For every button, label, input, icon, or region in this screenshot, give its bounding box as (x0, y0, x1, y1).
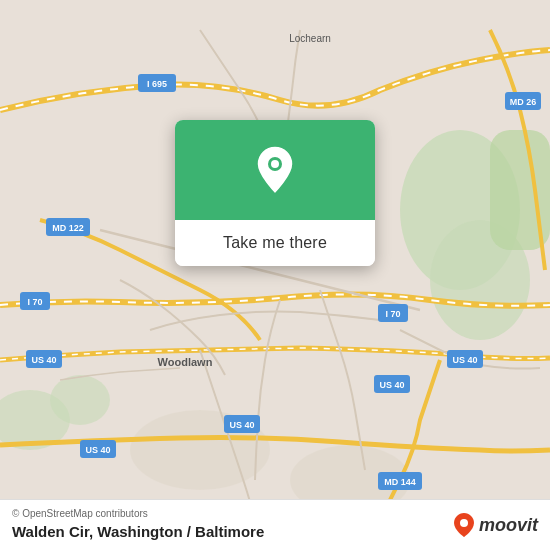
popup-green-background (175, 120, 375, 220)
svg-text:I 70: I 70 (27, 297, 42, 307)
svg-point-5 (50, 375, 110, 425)
svg-text:MD 122: MD 122 (52, 223, 84, 233)
svg-text:US 40: US 40 (31, 355, 56, 365)
svg-text:US 40: US 40 (452, 355, 477, 365)
map-background: I 695 MD 122 I 70 I 70 US 40 US 40 US 40… (0, 0, 550, 550)
svg-text:US 40: US 40 (379, 380, 404, 390)
svg-point-35 (460, 519, 468, 527)
svg-text:I 695: I 695 (147, 79, 167, 89)
moovit-pin-icon (453, 512, 475, 538)
bottom-bar: © OpenStreetMap contributors Walden Cir,… (0, 499, 550, 550)
take-me-there-button[interactable]: Take me there (175, 220, 375, 266)
svg-text:Lochearn: Lochearn (289, 33, 331, 44)
location-pin-icon (253, 144, 297, 196)
svg-text:MD 26: MD 26 (510, 97, 537, 107)
svg-text:US 40: US 40 (229, 420, 254, 430)
popup-card: Take me there (175, 120, 375, 266)
svg-point-34 (271, 160, 279, 168)
svg-text:US 40: US 40 (85, 445, 110, 455)
svg-text:I 70: I 70 (385, 309, 400, 319)
moovit-brand-text: moovit (479, 515, 538, 536)
map-container: I 695 MD 122 I 70 I 70 US 40 US 40 US 40… (0, 0, 550, 550)
svg-text:Woodlawn: Woodlawn (158, 356, 213, 368)
moovit-logo: moovit (453, 512, 538, 538)
svg-text:MD 144: MD 144 (384, 477, 416, 487)
